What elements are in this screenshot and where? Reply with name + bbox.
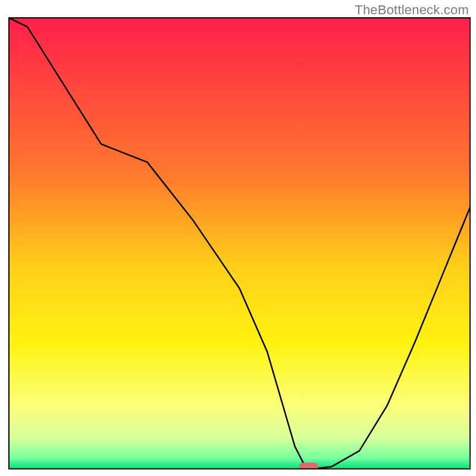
watermark-text: TheBottleneck.com	[355, 2, 469, 18]
heatmap-background	[9, 18, 470, 469]
bottleneck-chart	[0, 0, 476, 476]
